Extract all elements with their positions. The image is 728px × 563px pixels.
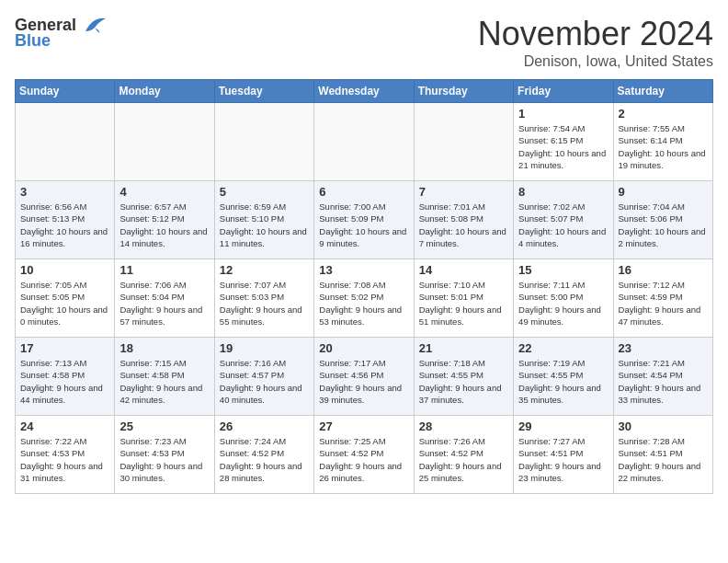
- day-number: 15: [518, 263, 608, 277]
- calendar-cell: 16Sunrise: 7:12 AM Sunset: 4:59 PM Dayli…: [613, 259, 712, 338]
- page-header: General Blue November 2024 Denison, Iowa…: [15, 15, 713, 70]
- day-info: Sunrise: 7:16 AM Sunset: 4:57 PM Dayligh…: [220, 357, 309, 406]
- day-number: 27: [319, 419, 408, 433]
- calendar-cell: 23Sunrise: 7:21 AM Sunset: 4:54 PM Dayli…: [613, 338, 712, 416]
- title-area: November 2024 Denison, Iowa, United Stat…: [478, 15, 713, 70]
- day-info: Sunrise: 7:00 AM Sunset: 5:09 PM Dayligh…: [319, 201, 408, 249]
- day-number: 23: [619, 341, 708, 355]
- month-title: November 2024: [478, 15, 713, 53]
- day-number: 4: [119, 185, 209, 199]
- calendar-cell: 6Sunrise: 7:00 AM Sunset: 5:09 PM Daylig…: [314, 181, 414, 259]
- day-number: 3: [20, 185, 109, 199]
- day-number: 17: [20, 341, 109, 355]
- day-info: Sunrise: 7:08 AM Sunset: 5:02 PM Dayligh…: [319, 279, 408, 327]
- calendar-cell: 4Sunrise: 6:57 AM Sunset: 5:12 PM Daylig…: [115, 181, 214, 259]
- day-number: 1: [518, 107, 608, 121]
- calendar-cell: 29Sunrise: 7:27 AM Sunset: 4:51 PM Dayli…: [514, 416, 613, 494]
- day-info: Sunrise: 7:22 AM Sunset: 4:53 PM Dayligh…: [20, 435, 109, 484]
- day-info: Sunrise: 7:26 AM Sunset: 4:52 PM Dayligh…: [419, 435, 508, 484]
- calendar-cell: 21Sunrise: 7:18 AM Sunset: 4:55 PM Dayli…: [414, 338, 513, 416]
- day-info: Sunrise: 7:04 AM Sunset: 5:06 PM Dayligh…: [619, 201, 708, 249]
- calendar-cell: 7Sunrise: 7:01 AM Sunset: 5:08 PM Daylig…: [414, 181, 513, 259]
- calendar-cell: 8Sunrise: 7:02 AM Sunset: 5:07 PM Daylig…: [514, 181, 613, 259]
- calendar-cell: [214, 103, 313, 181]
- day-info: Sunrise: 7:55 AM Sunset: 6:14 PM Dayligh…: [619, 122, 708, 171]
- calendar-cell: 1Sunrise: 7:54 AM Sunset: 6:15 PM Daylig…: [514, 103, 613, 181]
- day-info: Sunrise: 7:54 AM Sunset: 6:15 PM Dayligh…: [518, 122, 608, 171]
- calendar-cell: 12Sunrise: 7:07 AM Sunset: 5:03 PM Dayli…: [214, 259, 313, 338]
- calendar-cell: 18Sunrise: 7:15 AM Sunset: 4:58 PM Dayli…: [115, 338, 214, 416]
- calendar-cell: 9Sunrise: 7:04 AM Sunset: 5:06 PM Daylig…: [613, 181, 712, 259]
- weekday-header-row: SundayMondayTuesdayWednesdayThursdayFrid…: [16, 80, 713, 103]
- calendar-cell: 10Sunrise: 7:05 AM Sunset: 5:05 PM Dayli…: [16, 259, 115, 338]
- calendar-week-row: 1Sunrise: 7:54 AM Sunset: 6:15 PM Daylig…: [16, 103, 713, 181]
- day-number: 30: [619, 419, 708, 433]
- weekday-header: Thursday: [414, 80, 513, 103]
- calendar-cell: 3Sunrise: 6:56 AM Sunset: 5:13 PM Daylig…: [16, 181, 115, 259]
- day-info: Sunrise: 7:13 AM Sunset: 4:58 PM Dayligh…: [20, 357, 109, 406]
- calendar-cell: 19Sunrise: 7:16 AM Sunset: 4:57 PM Dayli…: [214, 338, 313, 416]
- day-number: 11: [119, 263, 209, 277]
- day-info: Sunrise: 7:19 AM Sunset: 4:55 PM Dayligh…: [518, 357, 608, 406]
- day-number: 20: [319, 341, 408, 355]
- calendar-cell: 15Sunrise: 7:11 AM Sunset: 5:00 PM Dayli…: [514, 259, 613, 338]
- day-info: Sunrise: 7:27 AM Sunset: 4:51 PM Dayligh…: [518, 435, 608, 484]
- location-title: Denison, Iowa, United States: [478, 53, 713, 70]
- day-info: Sunrise: 6:59 AM Sunset: 5:10 PM Dayligh…: [220, 201, 309, 249]
- logo-bird-icon: [78, 15, 108, 35]
- day-number: 8: [518, 185, 608, 199]
- day-number: 2: [619, 107, 708, 121]
- calendar-cell: [314, 103, 414, 181]
- day-info: Sunrise: 6:56 AM Sunset: 5:13 PM Dayligh…: [20, 201, 109, 249]
- day-info: Sunrise: 7:17 AM Sunset: 4:56 PM Dayligh…: [319, 357, 408, 406]
- day-info: Sunrise: 7:10 AM Sunset: 5:01 PM Dayligh…: [419, 279, 508, 327]
- calendar-cell: 22Sunrise: 7:19 AM Sunset: 4:55 PM Dayli…: [514, 338, 613, 416]
- day-info: Sunrise: 7:11 AM Sunset: 5:00 PM Dayligh…: [518, 279, 608, 327]
- calendar-cell: 17Sunrise: 7:13 AM Sunset: 4:58 PM Dayli…: [16, 338, 115, 416]
- logo: General Blue: [15, 15, 108, 51]
- day-info: Sunrise: 7:01 AM Sunset: 5:08 PM Dayligh…: [419, 201, 508, 249]
- calendar-week-row: 10Sunrise: 7:05 AM Sunset: 5:05 PM Dayli…: [16, 259, 713, 338]
- day-number: 22: [518, 341, 608, 355]
- calendar-week-row: 17Sunrise: 7:13 AM Sunset: 4:58 PM Dayli…: [16, 338, 713, 416]
- day-number: 24: [20, 419, 109, 433]
- day-number: 29: [518, 419, 608, 433]
- day-info: Sunrise: 7:23 AM Sunset: 4:53 PM Dayligh…: [119, 435, 209, 484]
- day-info: Sunrise: 7:05 AM Sunset: 5:05 PM Dayligh…: [20, 279, 109, 327]
- weekday-header: Monday: [115, 80, 214, 103]
- day-number: 6: [319, 185, 408, 199]
- calendar-cell: [414, 103, 513, 181]
- weekday-header: Saturday: [613, 80, 712, 103]
- calendar-cell: 26Sunrise: 7:24 AM Sunset: 4:52 PM Dayli…: [214, 416, 313, 494]
- calendar-table: SundayMondayTuesdayWednesdayThursdayFrid…: [15, 79, 713, 494]
- day-number: 19: [220, 341, 309, 355]
- calendar-cell: [16, 103, 115, 181]
- day-number: 16: [619, 263, 708, 277]
- day-number: 26: [220, 419, 309, 433]
- day-number: 10: [20, 263, 109, 277]
- day-info: Sunrise: 7:25 AM Sunset: 4:52 PM Dayligh…: [319, 435, 408, 484]
- day-number: 7: [419, 185, 508, 199]
- day-info: Sunrise: 7:18 AM Sunset: 4:55 PM Dayligh…: [419, 357, 508, 406]
- day-info: Sunrise: 7:06 AM Sunset: 5:04 PM Dayligh…: [119, 279, 209, 327]
- weekday-header: Friday: [514, 80, 613, 103]
- day-info: Sunrise: 7:15 AM Sunset: 4:58 PM Dayligh…: [119, 357, 209, 406]
- calendar-cell: 27Sunrise: 7:25 AM Sunset: 4:52 PM Dayli…: [314, 416, 414, 494]
- calendar-cell: 14Sunrise: 7:10 AM Sunset: 5:01 PM Dayli…: [414, 259, 513, 338]
- day-info: Sunrise: 7:07 AM Sunset: 5:03 PM Dayligh…: [220, 279, 309, 327]
- calendar-cell: 11Sunrise: 7:06 AM Sunset: 5:04 PM Dayli…: [115, 259, 214, 338]
- calendar-cell: 13Sunrise: 7:08 AM Sunset: 5:02 PM Dayli…: [314, 259, 414, 338]
- calendar-cell: 25Sunrise: 7:23 AM Sunset: 4:53 PM Dayli…: [115, 416, 214, 494]
- calendar-cell: 2Sunrise: 7:55 AM Sunset: 6:14 PM Daylig…: [613, 103, 712, 181]
- day-number: 28: [419, 419, 508, 433]
- day-number: 18: [119, 341, 209, 355]
- day-number: 5: [220, 185, 309, 199]
- weekday-header: Wednesday: [314, 80, 414, 103]
- calendar-cell: 20Sunrise: 7:17 AM Sunset: 4:56 PM Dayli…: [314, 338, 414, 416]
- day-number: 14: [419, 263, 508, 277]
- calendar-week-row: 24Sunrise: 7:22 AM Sunset: 4:53 PM Dayli…: [16, 416, 713, 494]
- calendar-cell: 5Sunrise: 6:59 AM Sunset: 5:10 PM Daylig…: [214, 181, 313, 259]
- day-info: Sunrise: 6:57 AM Sunset: 5:12 PM Dayligh…: [119, 201, 209, 249]
- day-number: 25: [119, 419, 209, 433]
- logo-blue: Blue: [15, 31, 51, 51]
